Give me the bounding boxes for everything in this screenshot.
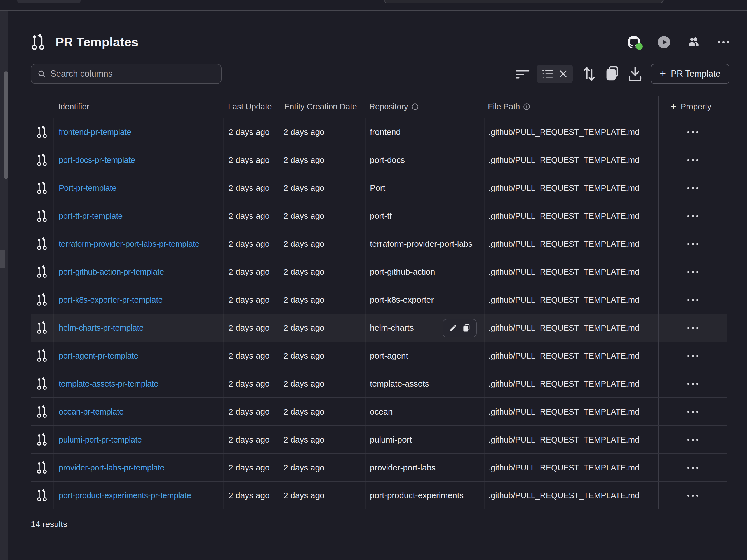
filter-icon [515,66,531,82]
last-update-cell: 2 days ago [223,202,278,230]
entity-creation-date-cell: 2 days ago [278,258,365,286]
play-button[interactable] [658,36,670,48]
close-icon [559,70,567,78]
column-header-last-update[interactable]: Last Update [223,102,278,111]
row-more-menu[interactable] [685,240,701,248]
row-entity-icon-cell [31,293,53,306]
download-icon [627,65,643,82]
identifier-link[interactable]: port-tf-pr-template [59,211,123,221]
entity-creation-date-cell: 2 days ago [278,118,365,146]
edit-pencil-icon[interactable] [449,324,457,332]
repository-cell: port-tf [365,202,484,230]
ellipsis-icon [688,327,689,329]
repository-cell: template-assets [365,370,484,398]
copy-icon[interactable] [462,324,470,332]
sort-button[interactable] [582,66,597,82]
identifier-link[interactable]: port-k8s-exporter-pr-template [59,295,162,304]
entity-creation-date-cell: 2 days ago [278,286,365,314]
vertical-scrollbar-thumb[interactable] [4,71,8,179]
row-more-menu[interactable] [685,156,701,164]
file-path-cell: .github/PULL_REQUEST_TEMPLATE.md [484,342,658,370]
row-hover-tools [443,319,477,337]
last-update-cell: 2 days ago [223,314,278,342]
repository-cell: port-github-action [365,258,484,286]
row-actions-cell [658,286,727,314]
toolbar-actions: + PR Template [515,64,729,84]
row-entity-icon-cell [31,489,53,502]
identifier-cell: pulumi-port-pr-template [53,426,223,453]
row-more-menu[interactable] [685,268,701,276]
ellipsis-icon [688,215,689,217]
repository-cell: port-agent [365,342,484,370]
row-more-menu[interactable] [685,436,701,444]
identifier-link[interactable]: Port-pr-template [59,184,117,193]
pull-request-icon [36,126,48,138]
row-more-menu[interactable] [685,296,701,304]
identifier-link[interactable]: frontend-pr-template [59,128,131,137]
top-left-button[interactable] [17,0,81,3]
ellipsis-icon [718,41,720,43]
identifier-link[interactable]: port-docs-pr-template [59,156,135,165]
identifier-link[interactable]: template-assets-pr-template [59,379,158,389]
row-actions-cell [658,118,727,146]
list-view-button[interactable] [542,69,553,79]
search-icon [37,70,46,78]
repository-cell: port-docs [365,146,484,174]
export-download-button[interactable] [627,66,643,82]
copy-table-button[interactable] [604,66,620,82]
identifier-link[interactable]: ocean-pr-template [59,407,124,417]
team-members-button[interactable] [688,36,700,48]
info-icon[interactable] [523,103,530,110]
row-more-menu[interactable] [685,492,701,499]
row-more-menu[interactable] [685,128,701,136]
pull-request-icon [36,461,48,474]
identifier-link[interactable]: provider-port-labs-pr-template [59,463,164,473]
github-status-icon[interactable] [627,36,640,49]
last-update-cell: 2 days ago [223,174,278,202]
row-more-menu[interactable] [685,380,701,388]
page-more-menu[interactable] [718,41,729,43]
play-icon [663,40,667,45]
last-update-cell: 2 days ago [223,398,278,425]
add-property-button[interactable]: + Property [658,96,727,118]
row-entity-icon-cell [31,321,53,334]
repository-cell: Port [365,174,484,202]
pull-request-icon [36,182,48,194]
column-header-entity-creation-date[interactable]: Entity Creation Date [278,102,365,111]
table-row: frontend-pr-template 2 days ago 2 days a… [31,118,727,146]
identifier-link[interactable]: port-agent-pr-template [59,351,138,361]
ellipsis-icon [688,243,689,245]
row-more-menu[interactable] [685,184,701,192]
row-more-menu[interactable] [685,464,701,472]
row-more-menu[interactable] [685,212,701,220]
row-more-menu[interactable] [685,324,701,332]
row-more-menu[interactable] [685,352,701,360]
info-icon[interactable] [412,103,418,110]
clear-view-button[interactable] [559,70,567,78]
global-search-bar[interactable] [384,0,664,3]
identifier-link[interactable]: port-github-action-pr-template [59,267,164,277]
row-more-menu[interactable] [685,408,701,416]
entity-creation-date-cell: 2 days ago [278,146,365,174]
identifier-link[interactable]: helm-charts-pr-template [59,323,144,332]
ellipsis-icon [688,131,689,133]
identifier-link[interactable]: pulumi-port-pr-template [59,435,142,445]
identifier-link[interactable]: port-product-experiments-pr-template [59,491,191,500]
identifier-cell: ocean-pr-template [53,398,223,425]
table-row: port-tf-pr-template 2 days ago 2 days ag… [31,202,727,230]
identifier-link[interactable]: terraform-provider-port-labs-pr-template [59,239,200,249]
filter-button[interactable] [515,66,531,82]
search-columns-input[interactable] [50,69,215,79]
entity-creation-date-cell: 2 days ago [278,314,365,342]
sidebar-collapse-handle[interactable] [0,250,5,268]
pull-request-icon [36,210,48,222]
search-columns-box[interactable] [31,64,222,84]
row-actions-cell [658,230,727,258]
last-update-cell: 2 days ago [223,482,278,509]
add-pr-template-button[interactable]: + PR Template [651,64,729,84]
file-path-cell: .github/PULL_REQUEST_TEMPLATE.md [484,118,658,146]
ellipsis-icon [688,187,689,189]
column-header-identifier[interactable]: Identifier [53,102,223,111]
column-header-file-path[interactable]: File Path [484,102,658,111]
column-header-repository[interactable]: Repository [365,102,484,111]
